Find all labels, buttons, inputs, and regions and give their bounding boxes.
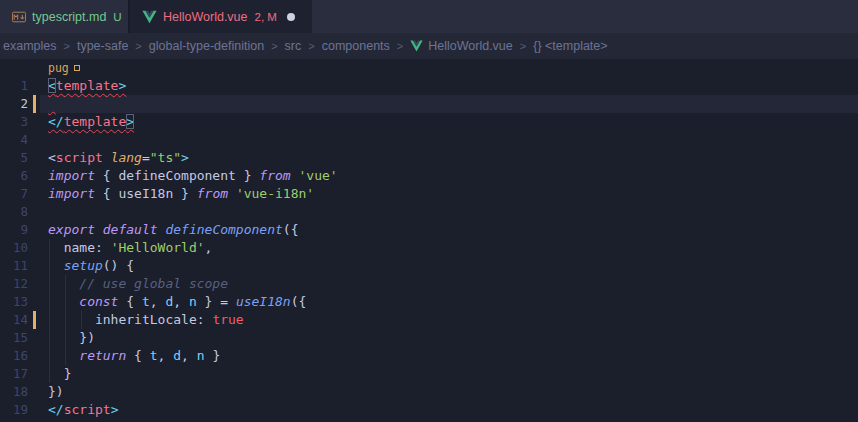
- code-text: import { useI18n } from 'vue-i18n': [48, 185, 314, 203]
- code-token: template: [56, 78, 119, 93]
- code-token: defineComponent: [165, 222, 282, 237]
- line-number[interactable]: 10: [0, 239, 28, 257]
- code-token: }: [236, 168, 259, 183]
- code-line[interactable]: 7import { useI18n } from 'vue-i18n': [0, 185, 858, 203]
- code-token: import: [48, 186, 95, 201]
- code-text: export default defineComponent({: [48, 221, 298, 239]
- code-text: }): [48, 383, 64, 401]
- line-number[interactable]: 18: [0, 383, 28, 401]
- code-token: ,: [150, 294, 166, 309]
- code-line[interactable]: 19</script>: [0, 401, 858, 419]
- breadcrumb-label: examples: [3, 39, 57, 53]
- code-token: 'vue-i18n': [236, 186, 314, 201]
- code-line[interactable]: 15 }): [0, 329, 858, 347]
- code-line[interactable]: 14 inheritLocale: true: [0, 311, 858, 329]
- git-status-badge: U: [113, 11, 121, 23]
- breadcrumb-separator: >: [308, 40, 314, 52]
- template-lang-inlay-row: pug: [0, 59, 858, 77]
- code-line[interactable]: 8: [0, 203, 858, 221]
- breadcrumb-item[interactable]: src: [285, 39, 302, 53]
- line-number[interactable]: 11: [0, 257, 28, 275]
- code-editor[interactable]: pug 1<template>2 3</template>45<script l…: [0, 59, 858, 422]
- code-token: >: [181, 150, 189, 165]
- line-number[interactable]: 6: [0, 167, 28, 185]
- line-number[interactable]: 3: [0, 113, 28, 131]
- code-line[interactable]: 2: [0, 95, 858, 113]
- code-token: [48, 96, 56, 111]
- code-token: 'HelloWorld': [111, 240, 205, 255]
- code-token: from: [197, 186, 228, 201]
- code-token: [228, 186, 236, 201]
- breadcrumb-item[interactable]: examples: [3, 39, 57, 53]
- inlay-label: pug: [48, 59, 69, 77]
- line-number[interactable]: 12: [0, 275, 28, 293]
- code-line[interactable]: 5<script lang="ts">: [0, 149, 858, 167]
- code-token: </: [48, 402, 64, 417]
- code-token: "ts": [150, 150, 181, 165]
- breadcrumb-item[interactable]: HelloWorld.vue: [410, 39, 513, 53]
- code-token: </: [48, 114, 64, 129]
- unsaved-changes-dot[interactable]: [287, 13, 295, 21]
- breadcrumb-label: components: [322, 39, 390, 53]
- editor-tab-bar: typescript.md U HelloWorld.vue 2, M: [0, 0, 858, 33]
- code-token: n: [197, 348, 205, 363]
- line-number[interactable]: 16: [0, 347, 28, 365]
- code-token: template: [64, 114, 127, 129]
- code-token: } =: [197, 294, 236, 309]
- code-text: <template>: [48, 77, 126, 95]
- breadcrumb-item[interactable]: global-type-definition: [149, 39, 264, 53]
- line-number[interactable]: 8: [0, 203, 28, 221]
- code-token: [103, 150, 111, 165]
- line-number[interactable]: 19: [0, 401, 28, 419]
- code-line[interactable]: 3</template>: [0, 113, 858, 131]
- code-line[interactable]: 16 return { t, d, n }: [0, 347, 858, 365]
- code-line[interactable]: 6import { defineComponent } from 'vue': [0, 167, 858, 185]
- vue-icon: [410, 40, 423, 52]
- code-token: defineComponent: [118, 168, 235, 183]
- code-token: t: [150, 348, 158, 363]
- breadcrumb-item[interactable]: type-safe: [77, 39, 128, 53]
- line-number[interactable]: 4: [0, 131, 28, 149]
- problems-modified-badge: 2, M: [255, 11, 277, 23]
- line-number[interactable]: 17: [0, 365, 28, 383]
- git-modified-marker: [33, 311, 36, 329]
- breadcrumb: examples>type-safe>global-type-definitio…: [0, 33, 858, 59]
- line-number[interactable]: 2: [0, 95, 28, 113]
- code-line[interactable]: 12 // use global scope: [0, 275, 858, 293]
- code-token: }: [48, 366, 71, 381]
- line-number[interactable]: 15: [0, 329, 28, 347]
- code-line[interactable]: 9export default defineComponent({: [0, 221, 858, 239]
- code-text: return { t, d, n }: [48, 347, 220, 365]
- breadcrumb-item[interactable]: {} <template>: [533, 39, 607, 53]
- code-line[interactable]: 13 const { t, d, n } = useI18n({: [0, 293, 858, 311]
- code-text: }): [48, 329, 95, 347]
- line-number[interactable]: 14: [0, 311, 28, 329]
- code-token: inheritLocale:: [48, 312, 212, 327]
- line-number[interactable]: 1: [0, 77, 28, 95]
- code-line[interactable]: 17 }: [0, 365, 858, 383]
- code-token: =: [142, 150, 150, 165]
- code-token: name:: [48, 240, 111, 255]
- vue-file-icon: [142, 10, 157, 24]
- breadcrumb-item[interactable]: components: [322, 39, 390, 53]
- code-text: </template>: [48, 113, 134, 131]
- template-lang-inlay[interactable]: pug: [48, 60, 80, 76]
- line-number[interactable]: 9: [0, 221, 28, 239]
- code-token: ({: [283, 222, 299, 237]
- code-token: [95, 222, 103, 237]
- line-number[interactable]: 13: [0, 293, 28, 311]
- code-line[interactable]: 4: [0, 131, 858, 149]
- code-line[interactable]: 18}): [0, 383, 858, 401]
- code-line[interactable]: 10 name: 'HelloWorld',: [0, 239, 858, 257]
- code-token: default: [103, 222, 158, 237]
- code-token: >: [118, 78, 126, 93]
- code-line[interactable]: 1<template>: [0, 77, 858, 95]
- code-line[interactable]: 11 setup() {: [0, 257, 858, 275]
- code-text: // use global scope: [48, 275, 228, 293]
- tab-typescript-md[interactable]: typescript.md U: [0, 0, 130, 33]
- tab-helloworld-vue[interactable]: HelloWorld.vue 2, M: [130, 0, 312, 33]
- code-token: }): [48, 330, 95, 345]
- line-number[interactable]: 5: [0, 149, 28, 167]
- code-token: setup: [64, 258, 103, 273]
- line-number[interactable]: 7: [0, 185, 28, 203]
